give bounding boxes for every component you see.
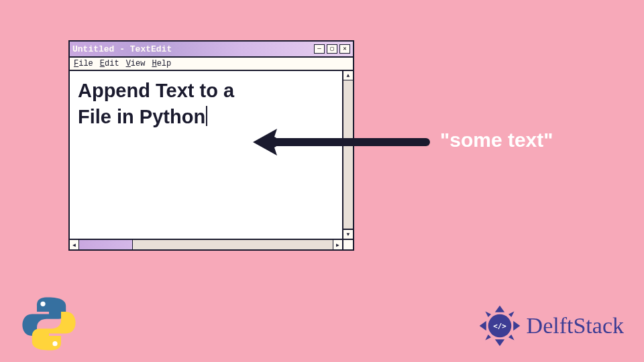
triangle-left-icon: ◀ [72, 242, 76, 248]
triangle-down-icon: ▼ [347, 231, 350, 237]
hscroll-thumb[interactable] [79, 240, 133, 249]
menubar: File Edit View Help [70, 58, 353, 71]
scrollbar-corner [342, 240, 353, 249]
scroll-left-button[interactable]: ◀ [70, 240, 79, 249]
delftstack-logo-icon: </> [476, 302, 524, 350]
window-title: Untitled - TextEdit [72, 44, 314, 54]
menu-help[interactable]: Help [152, 59, 171, 68]
hscroll-track[interactable] [79, 240, 333, 249]
menu-edit[interactable]: Edit [100, 59, 119, 68]
scroll-down-button[interactable]: ▼ [343, 229, 353, 239]
scroll-right-button[interactable]: ▶ [333, 240, 342, 249]
svg-point-1 [52, 341, 57, 346]
python-logo-icon [19, 294, 79, 354]
titlebar[interactable]: Untitled - TextEdit — ▢ ✕ [70, 42, 353, 58]
menu-view[interactable]: View [126, 59, 146, 68]
annotation-label: "some text" [440, 129, 553, 152]
menu-file[interactable]: File [74, 59, 93, 68]
text-cursor [206, 106, 207, 126]
triangle-right-icon: ▶ [336, 242, 339, 248]
svg-text:</>: </> [493, 322, 506, 330]
hscroll-row: ◀ ▶ [70, 239, 353, 249]
svg-point-0 [40, 302, 45, 306]
window-controls: — ▢ ✕ [314, 44, 350, 54]
triangle-up-icon: ▲ [347, 72, 350, 78]
delftstack-branding: </> DelftStack [476, 302, 624, 350]
horizontal-scrollbar[interactable]: ◀ ▶ [70, 240, 342, 249]
scroll-up-button[interactable]: ▲ [343, 71, 353, 80]
maximize-button[interactable]: ▢ [327, 44, 337, 54]
delftstack-text: DelftStack [527, 313, 624, 339]
close-button[interactable]: ✕ [339, 44, 350, 54]
arrow-icon [252, 125, 433, 160]
content-line-1: Append Text to a [78, 78, 334, 104]
minimize-button[interactable]: — [314, 44, 325, 54]
